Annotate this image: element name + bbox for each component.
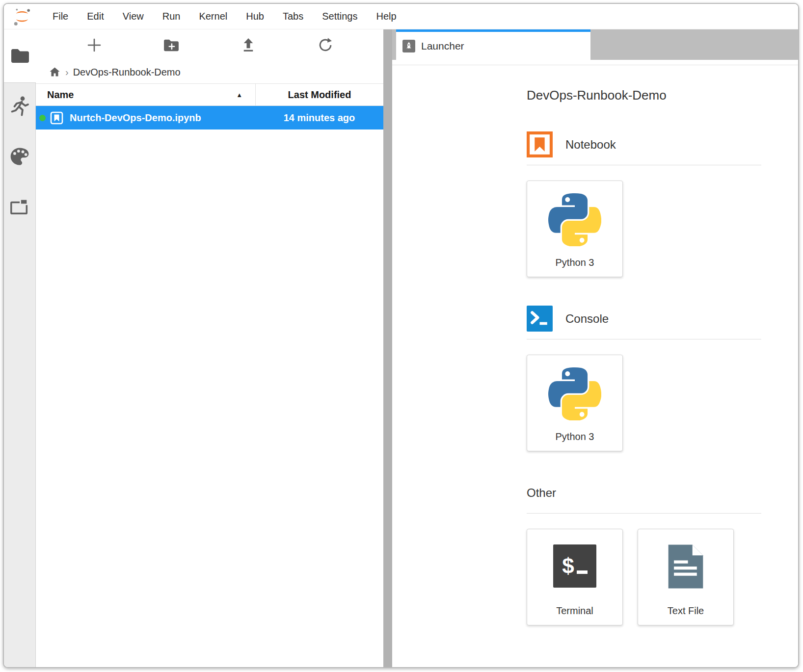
launcher-section-other: Other $ Terminal <box>527 480 761 625</box>
card-label: Python 3 <box>556 257 594 268</box>
activity-sidebar <box>4 29 36 667</box>
section-divider <box>527 339 761 339</box>
section-label-console: Console <box>565 312 609 326</box>
running-man-icon <box>10 96 29 117</box>
column-header-last-modified[interactable]: Last Modified <box>255 84 383 105</box>
file-browser-panel: › DevOps-Runbook-Demo Name ▲ Last Modifi… <box>36 29 383 667</box>
menu-view[interactable]: View <box>113 11 153 22</box>
refresh-icon <box>318 37 333 53</box>
upload-button[interactable] <box>237 34 260 56</box>
menu-kernel[interactable]: Kernel <box>189 11 237 22</box>
menu-edit[interactable]: Edit <box>78 11 113 22</box>
menu-run[interactable]: Run <box>153 11 190 22</box>
jupyter-logo-icon <box>11 7 33 26</box>
app-body: › DevOps-Runbook-Demo Name ▲ Last Modifi… <box>4 29 798 667</box>
menu-settings[interactable]: Settings <box>313 11 367 22</box>
name-header-label: Name <box>47 89 74 101</box>
text-file-icon <box>666 543 706 590</box>
sidebar-rest <box>4 82 36 667</box>
tab-launcher[interactable]: Launcher <box>396 29 590 60</box>
section-label-other: Other <box>527 486 556 500</box>
new-launcher-button[interactable] <box>83 34 106 56</box>
tab-launcher-label: Launcher <box>421 40 464 52</box>
menu-help[interactable]: Help <box>367 11 405 22</box>
file-row-name-cell: Nurtch-DevOps-Demo.ipynb <box>36 111 255 125</box>
plus-icon <box>87 38 102 52</box>
file-browser-toolbar <box>36 29 383 61</box>
launcher-card-console-python3[interactable]: Python 3 <box>527 355 623 451</box>
launcher-cwd-title: DevOps-Runbook-Demo <box>527 88 761 103</box>
panel-splitter-handle[interactable] <box>383 29 392 667</box>
file-list-header: Name ▲ Last Modified <box>36 83 383 106</box>
jupyterlab-window: File Edit View Run Kernel Hub Tabs Setti… <box>3 3 799 668</box>
new-folder-icon <box>163 38 180 52</box>
main-dock-panel: Launcher DevOps-Runbook-Demo Notebook <box>392 29 798 667</box>
sidebar-item-running-sessions[interactable] <box>9 96 30 117</box>
column-header-name[interactable]: Name ▲ <box>36 84 255 105</box>
upload-icon <box>241 37 256 53</box>
launcher-card-notebook-python3[interactable]: Python 3 <box>527 181 623 277</box>
card-label: Terminal <box>556 605 593 617</box>
breadcrumb-separator: › <box>65 67 69 78</box>
file-last-modified: 14 minutes ago <box>255 112 383 124</box>
breadcrumb-current-folder[interactable]: DevOps-Runbook-Demo <box>73 67 181 78</box>
launcher-rocket-icon <box>402 40 415 52</box>
python-logo <box>548 367 601 420</box>
terminal-icon: $ <box>553 544 596 588</box>
launcher-card-terminal[interactable]: $ Terminal <box>527 529 623 625</box>
last-modified-header-label: Last Modified <box>288 89 351 101</box>
launcher-section-notebook: Notebook Python 3 <box>527 131 761 277</box>
sidebar-item-command-palette[interactable] <box>9 146 30 167</box>
notebook-icon <box>527 131 553 157</box>
section-divider <box>527 513 761 514</box>
card-label: Text File <box>668 605 704 617</box>
menu-tabs[interactable]: Tabs <box>273 11 313 22</box>
breadcrumb: › DevOps-Runbook-Demo <box>36 61 383 83</box>
dock-tab-bar: Launcher <box>392 29 798 60</box>
launcher-body: DevOps-Runbook-Demo Notebook <box>392 65 798 667</box>
launcher-card-text-file[interactable]: Text File <box>638 529 734 625</box>
console-icon <box>527 306 553 332</box>
sidebar-item-open-tabs[interactable] <box>9 196 30 217</box>
folder-icon <box>10 48 30 64</box>
file-row-selected[interactable]: Nurtch-DevOps-Demo.ipynb 14 minutes ago <box>36 106 383 129</box>
menu-hub[interactable]: Hub <box>237 11 273 22</box>
menu-file[interactable]: File <box>43 11 78 22</box>
new-folder-button[interactable] <box>160 34 183 56</box>
kernel-running-dot <box>39 115 46 121</box>
file-name: Nurtch-DevOps-Demo.ipynb <box>70 112 201 124</box>
sort-ascending-icon: ▲ <box>236 91 255 99</box>
tabs-icon <box>9 197 30 216</box>
section-divider <box>527 165 761 165</box>
sidebar-item-file-browser[interactable] <box>4 29 36 82</box>
notebook-icon <box>50 111 63 125</box>
refresh-button[interactable] <box>314 34 337 56</box>
card-label: Python 3 <box>556 431 594 442</box>
python-logo <box>548 193 601 246</box>
home-icon[interactable] <box>49 66 61 78</box>
menu-bar: File Edit View Run Kernel Hub Tabs Setti… <box>4 4 798 29</box>
palette-icon <box>9 147 30 166</box>
section-label-notebook: Notebook <box>565 138 616 152</box>
launcher-section-console: Console Python 3 <box>527 306 761 451</box>
